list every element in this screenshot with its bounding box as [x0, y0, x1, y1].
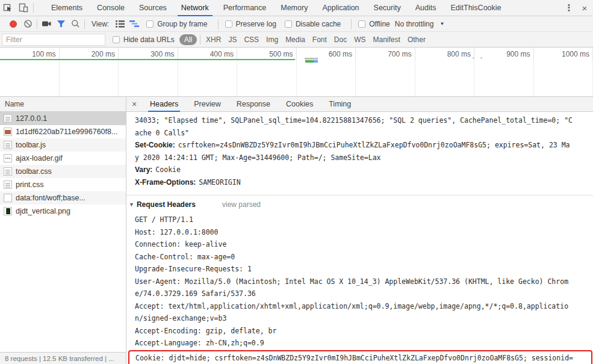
divider: [84, 19, 85, 29]
more-options-icon[interactable]: ⋮: [562, 2, 576, 13]
offline-checkbox[interactable]: Offline: [358, 20, 390, 28]
tick-label: 1000 ms: [534, 48, 593, 60]
detail-tab-cookies[interactable]: Cookies: [278, 97, 321, 112]
tab-performance[interactable]: Performance: [216, 0, 274, 16]
hide-data-urls-checkbox[interactable]: Hide data URLs: [113, 35, 175, 44]
clear-icon[interactable]: [20, 17, 35, 31]
chevron-down-icon: ▼: [439, 21, 444, 26]
tab-elements[interactable]: Elements: [44, 0, 90, 16]
request-detail-panel: × Headers Preview Response Cookies Timin…: [126, 97, 593, 364]
camera-icon[interactable]: [39, 17, 54, 31]
document-icon: [4, 180, 12, 189]
request-row[interactable]: 127.0.0.1: [0, 112, 126, 125]
timeline-ruler[interactable]: 100 ms 200 ms 300 ms 400 ms 500 ms 600 m…: [0, 48, 593, 60]
request-row[interactable]: data:font/woff;base...: [0, 191, 126, 205]
tab-sources[interactable]: Sources: [132, 0, 174, 16]
filter-type-font[interactable]: Font: [309, 34, 331, 45]
close-devtools-icon[interactable]: ×: [576, 3, 593, 13]
filter-type-doc[interactable]: Doc: [331, 34, 350, 45]
tab-editthiscookie[interactable]: EditThisCookie: [443, 0, 508, 16]
request-row[interactable]: djdt_vertical.png: [0, 205, 126, 218]
request-headers-section-header[interactable]: ▼ Request Headers view parsed: [126, 196, 593, 210]
tick-label: 300 ms: [119, 48, 178, 60]
filter-icon[interactable]: [54, 17, 68, 31]
header-name: Set-Cookie:: [135, 141, 175, 149]
tab-security[interactable]: Security: [367, 0, 408, 16]
request-name: print.css: [16, 180, 44, 189]
overview-dot: [480, 57, 482, 59]
tab-audits[interactable]: Audits: [408, 0, 444, 16]
headers-content[interactable]: 34033; "Elapsed time", SQLPanel_sql_time…: [126, 113, 593, 364]
disable-cache-checkbox[interactable]: Disable cache: [285, 20, 341, 28]
checkbox-icon: [113, 36, 120, 43]
tab-memory[interactable]: Memory: [273, 0, 315, 16]
checkbox-icon: [358, 20, 365, 28]
filter-type-all[interactable]: All: [179, 34, 197, 45]
name-column-header[interactable]: Name: [0, 100, 24, 108]
record-icon[interactable]: [6, 17, 20, 31]
group-by-frame-checkbox[interactable]: Group by frame: [146, 20, 207, 28]
request-name: 1d1df6220ab711e9996760f8...: [16, 128, 117, 136]
divider: [218, 19, 219, 29]
divider: [33, 3, 34, 13]
tab-console[interactable]: Console: [90, 0, 132, 16]
network-filter-bar: Hide data URLs All XHR JS CSS Img Media …: [0, 32, 593, 48]
waterfall-overview[interactable]: [0, 60, 593, 97]
tick-label: 100 ms: [0, 48, 60, 60]
waterfall-view-icon[interactable]: [127, 17, 141, 31]
hide-data-urls-label: Hide data URLs: [123, 35, 175, 44]
filter-type-xhr[interactable]: XHR: [202, 34, 225, 45]
filter-type-ws[interactable]: WS: [350, 34, 369, 45]
preserve-log-checkbox[interactable]: Preserve log: [225, 20, 276, 28]
inspect-element-icon[interactable]: [0, 0, 16, 16]
group-by-frame-label: Group by frame: [157, 20, 207, 28]
filter-type-img[interactable]: Img: [262, 34, 282, 45]
tick-label: 700 ms: [356, 48, 415, 60]
view-parsed-link[interactable]: view parsed: [222, 200, 261, 209]
detail-tab-timing[interactable]: Timing: [321, 97, 359, 112]
close-detail-icon[interactable]: ×: [126, 99, 142, 109]
device-toolbar-icon[interactable]: [16, 0, 31, 16]
detail-tab-headers[interactable]: Headers: [142, 97, 186, 112]
overview-dot: [473, 57, 474, 59]
requests-list-header[interactable]: Name: [0, 97, 126, 112]
request-row[interactable]: ajax-loader.gif: [0, 152, 126, 165]
request-type-filters: All XHR JS CSS Img Media Font Doc WS Man…: [178, 34, 429, 45]
request-row[interactable]: 1d1df6220ab711e9996760f8...: [0, 125, 126, 138]
tab-network[interactable]: Network: [174, 0, 216, 16]
font-data-icon: [4, 194, 12, 202]
search-icon[interactable]: [68, 17, 82, 31]
detail-tab-response[interactable]: Response: [229, 97, 278, 112]
filter-type-other[interactable]: Other: [404, 34, 429, 45]
list-view-icon[interactable]: [113, 17, 127, 31]
request-name: djdt_vertical.png: [16, 207, 70, 215]
request-row[interactable]: toolbar.js: [0, 138, 126, 152]
filter-type-manifest[interactable]: Manifest: [370, 34, 404, 45]
request-headers-block: GET / HTTP/1.1 Host: 127.0.0.1:8000 Conn…: [126, 210, 593, 350]
request-headers-title: Request Headers: [137, 200, 196, 209]
detail-tab-preview[interactable]: Preview: [186, 97, 228, 112]
filter-type-media[interactable]: Media: [282, 34, 309, 45]
devtools-tabbar: Elements Console Sources Network Perform…: [0, 0, 593, 16]
request-name: ajax-loader.gif: [16, 154, 63, 162]
request-name: toolbar.js: [16, 141, 46, 149]
tick-label: 900 ms: [474, 48, 534, 60]
throttling-dropdown[interactable]: No throttling ▼: [395, 20, 445, 28]
header-name: X-Frame-Options:: [135, 178, 196, 187]
filter-type-css[interactable]: CSS: [240, 34, 262, 45]
requests-list-panel: Name 127.0.0.1 1d1df6220ab711e9996760f8.…: [0, 97, 126, 352]
document-icon: [4, 141, 12, 149]
tab-application[interactable]: Application: [315, 0, 366, 16]
view-label: View:: [92, 20, 109, 28]
document-icon: [4, 167, 12, 176]
network-toolbar: View: Group by frame Preserve log Disabl…: [0, 16, 593, 32]
checkbox-icon: [285, 20, 292, 28]
offline-label: Offline: [369, 20, 390, 28]
tabbar-right-controls: ⋮ ×: [562, 2, 593, 13]
devtools-window: Elements Console Sources Network Perform…: [0, 0, 593, 364]
response-headers-block: 34033; "Elapsed time", SQLPanel_sql_time…: [126, 113, 593, 188]
request-row[interactable]: toolbar.css: [0, 165, 126, 178]
request-row[interactable]: print.css: [0, 178, 126, 191]
filter-input[interactable]: [2, 34, 105, 46]
filter-type-js[interactable]: JS: [225, 34, 240, 45]
